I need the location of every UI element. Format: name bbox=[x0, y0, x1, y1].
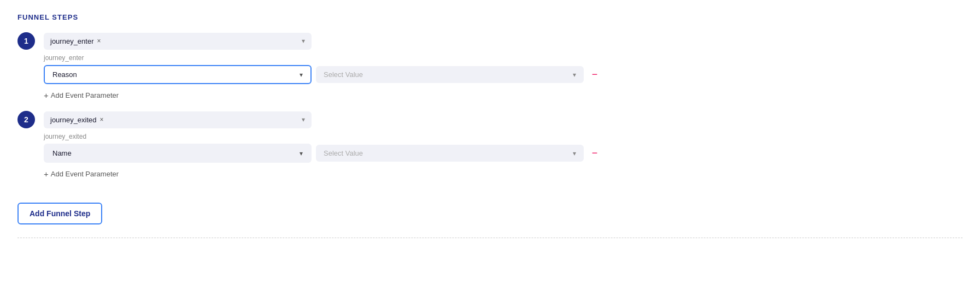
funnel-step-1: 1 journey_enter × ▾ journey_enter Reason… bbox=[17, 32, 963, 102]
step-1-plus-icon: + bbox=[44, 91, 49, 100]
step-2-event-select[interactable]: journey_exited × ▾ bbox=[44, 111, 312, 128]
step-2-remove-param-0[interactable]: − bbox=[588, 147, 601, 160]
step-1-add-param-btn[interactable]: + Add Event Parameter bbox=[44, 88, 963, 102]
step-2-event-name: journey_exited bbox=[50, 116, 97, 124]
step-1-event-name: journey_enter bbox=[50, 37, 94, 45]
step-2-param-row-0: Name ▾ Select Value ▾ − bbox=[44, 144, 963, 163]
funnel-steps-section: FUNNEL STEPS 1 journey_enter × ▾ journey… bbox=[17, 13, 963, 238]
step-1-header: 1 journey_enter × ▾ bbox=[17, 32, 963, 50]
step-2-param-value-0: Name bbox=[52, 149, 300, 157]
step-1-params: journey_enter Reason ▾ Select Value ▾ − … bbox=[44, 54, 963, 102]
step-2-event-tag: journey_exited × bbox=[50, 116, 297, 124]
step-1-param-value-0: Reason bbox=[52, 70, 300, 79]
step-1-chevron-icon: ▾ bbox=[302, 37, 305, 45]
step-2-param-select-0[interactable]: Name ▾ bbox=[44, 144, 312, 163]
step-2-value-select-0[interactable]: Select Value ▾ bbox=[316, 145, 584, 162]
step-1-value-select-0[interactable]: Select Value ▾ bbox=[316, 66, 584, 83]
step-2-select-value-0: Select Value bbox=[324, 149, 573, 157]
step-2-header: 2 journey_exited × ▾ bbox=[17, 111, 963, 128]
step-2-add-param-label: Add Event Parameter bbox=[51, 170, 119, 178]
step-1-event-select[interactable]: journey_enter × ▾ bbox=[44, 33, 312, 50]
section-title: FUNNEL STEPS bbox=[17, 13, 963, 21]
step-2-chevron-icon: ▾ bbox=[302, 116, 305, 123]
step-2-add-param-btn[interactable]: + Add Event Parameter bbox=[44, 167, 963, 181]
funnel-step-2: 2 journey_exited × ▾ journey_exited Name… bbox=[17, 111, 963, 181]
step-1-param-chevron-icon: ▾ bbox=[300, 71, 303, 79]
step-2-plus-icon: + bbox=[44, 169, 49, 179]
step-2-params: journey_exited Name ▾ Select Value ▾ − +… bbox=[44, 133, 963, 181]
step-2-number: 2 bbox=[17, 111, 35, 128]
step-1-select-value-0: Select Value bbox=[324, 70, 573, 79]
step-1-param-select-0[interactable]: Reason ▾ bbox=[44, 65, 312, 84]
step-1-remove-event[interactable]: × bbox=[97, 37, 101, 45]
step-1-remove-param-0[interactable]: − bbox=[588, 68, 601, 81]
bottom-divider bbox=[17, 238, 963, 238]
step-2-param-chevron-icon: ▾ bbox=[300, 150, 303, 157]
add-funnel-step-button[interactable]: Add Funnel Step bbox=[17, 203, 102, 224]
step-1-number: 1 bbox=[17, 32, 35, 50]
step-1-param-row-0: Reason ▾ Select Value ▾ − bbox=[44, 65, 963, 84]
step-1-event-tag: journey_enter × bbox=[50, 37, 297, 45]
step-2-remove-event[interactable]: × bbox=[100, 116, 104, 123]
step-2-value-chevron-icon: ▾ bbox=[573, 150, 576, 157]
step-2-params-label: journey_exited bbox=[44, 133, 963, 140]
step-1-add-param-label: Add Event Parameter bbox=[51, 91, 119, 99]
step-1-value-chevron-icon: ▾ bbox=[573, 71, 576, 79]
step-1-params-label: journey_enter bbox=[44, 54, 963, 62]
